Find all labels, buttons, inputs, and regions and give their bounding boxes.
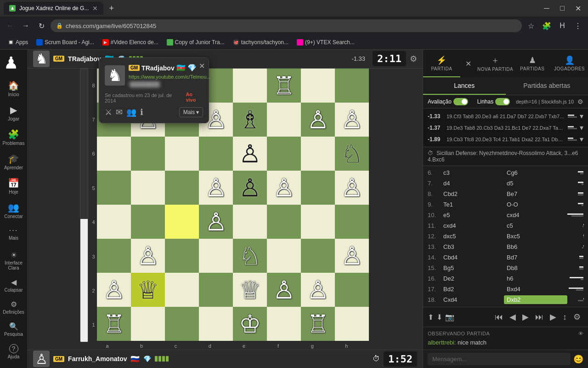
engine-line-1[interactable]: -1.33 19.Cf3 Tab8 20.De3 a6 21.Da7 Db7 2… (423, 110, 588, 122)
linhas-switch[interactable] (495, 98, 510, 105)
play-button[interactable]: ▶ (547, 310, 559, 324)
board-cell[interactable] (233, 69, 267, 103)
bottom-player-name[interactable]: Farrukh_Amonatov (68, 355, 127, 362)
board-cell[interactable] (199, 307, 233, 341)
black-move[interactable]: Db8 (504, 264, 567, 272)
board-cell[interactable] (335, 307, 369, 341)
chat-input[interactable] (428, 353, 571, 365)
camera-button[interactable]: 📷 (445, 313, 454, 322)
bookmark-apps[interactable]: 🔲 Apps (4, 37, 32, 48)
board-cell[interactable]: ♙ (233, 171, 267, 205)
board-cell[interactable] (335, 273, 369, 307)
back-button[interactable]: ← (4, 19, 17, 32)
sidebar-item-mais[interactable]: ··· Mais (1, 223, 26, 244)
white-move[interactable]: Cbd2 (441, 190, 504, 198)
sidebar-item-inicio[interactable]: 🏠 Início (1, 76, 26, 101)
sidebar-item-jogar[interactable]: ▶ Jogar (1, 101, 26, 125)
sidebar-item-interface-clara[interactable]: ☀ Interface Clara (1, 248, 26, 273)
white-move[interactable]: Cxd4 (441, 295, 504, 304)
tab-jogadores[interactable]: 👤 JOGADORES (551, 50, 588, 77)
board-cell[interactable]: ♖ (301, 307, 335, 341)
board-cell[interactable]: ♘ (233, 239, 267, 273)
white-move[interactable]: Te1 (441, 200, 504, 209)
bookmark-scrum[interactable]: Scrum Board - Agi... (33, 37, 97, 48)
profile-button[interactable]: H (556, 19, 569, 32)
board-cell[interactable] (335, 69, 369, 103)
tab-nova-partida[interactable]: ＋ NOVA PARTIDA (477, 50, 514, 77)
black-move[interactable]: Bd7 (504, 253, 567, 262)
eval-settings-button[interactable]: ⚙ (577, 98, 583, 105)
board-cell[interactable] (233, 205, 267, 239)
board-cell[interactable] (267, 103, 301, 137)
board-cell[interactable] (97, 171, 131, 205)
white-move[interactable]: c3 (441, 168, 504, 177)
expand-line-1[interactable]: ▾ (580, 112, 583, 121)
prev-move-button[interactable]: ◀ (507, 310, 519, 324)
black-move[interactable]: Be7 (504, 190, 567, 198)
board-cell[interactable]: ♖ (97, 307, 131, 341)
board-cell[interactable] (97, 205, 131, 239)
white-move[interactable]: d4 (441, 179, 504, 188)
board-cell[interactable] (165, 307, 199, 341)
close-window-button[interactable]: ✕ (571, 2, 584, 15)
board-cell[interactable]: ♔ (233, 307, 267, 341)
star-button[interactable]: ☆ (525, 19, 537, 32)
forward-button[interactable]: → (19, 19, 32, 32)
board-cell[interactable] (301, 239, 335, 273)
linhas-toggle[interactable]: Linhas (477, 98, 510, 105)
white-move[interactable]: Cbd4 (441, 253, 504, 262)
board-cell[interactable] (335, 205, 369, 239)
board-cell[interactable]: ♕ (233, 273, 267, 307)
white-move[interactable]: Bd2 (441, 285, 504, 293)
active-tab[interactable]: ♟ Jogue Xadrez Online de G... ✕ (4, 2, 103, 15)
message-button[interactable]: ✉ (116, 107, 123, 117)
last-move-button[interactable]: ⏭ (532, 310, 546, 324)
address-bar[interactable]: 🔒 chess.com/game/live/6057012845 (51, 19, 522, 32)
close-panel-button[interactable]: ✕ (460, 50, 477, 77)
black-move[interactable]: h6 (504, 274, 567, 283)
sidebar-item-pesquisa[interactable]: 🔍 Pesquisa (1, 319, 26, 339)
sidebar-item-problemas[interactable]: 🧩 Problemas (1, 125, 26, 150)
download-button[interactable]: ⬇ (436, 313, 442, 322)
sidebar-item-aprender[interactable]: 🎓 Aprender (1, 150, 26, 174)
black-move[interactable]: Cg6 (504, 168, 567, 177)
board-cell[interactable]: ♙ (131, 239, 165, 273)
top-player-name[interactable]: TRadjabov (68, 55, 101, 63)
board-cell[interactable] (165, 137, 199, 171)
bookmark-tachyons[interactable]: 🐙 tachyons/tachyon... (229, 37, 292, 48)
extensions-button[interactable]: 🧩 (540, 19, 553, 32)
white-move[interactable]: e5 (441, 211, 504, 219)
tab-partidas-abertas[interactable]: Partidas abertas (506, 77, 588, 95)
white-move[interactable]: O-O (441, 166, 504, 167)
board-cell[interactable] (199, 273, 233, 307)
menu-button[interactable]: ⋮ (571, 19, 584, 32)
board-cell[interactable]: ♙ (233, 137, 267, 171)
sidebar-item-hoje[interactable]: 📅 Hoje (1, 174, 26, 198)
tab-partidas[interactable]: ♟ PARTIDAS (514, 50, 551, 77)
next-move-button[interactable]: ▶ (520, 310, 531, 324)
board-cell[interactable] (267, 307, 301, 341)
follow-button[interactable]: 👥 (126, 107, 136, 117)
board-cell[interactable] (301, 205, 335, 239)
black-move[interactable]: Bb6 (504, 242, 567, 251)
board-cell[interactable]: ♙ (199, 205, 233, 239)
flip-button[interactable]: ↕ (560, 310, 570, 324)
white-move[interactable]: Cb3 (441, 242, 504, 251)
board-cell[interactable]: ♕ (131, 273, 165, 307)
sidebar-item-definicoes[interactable]: ⚙ Definições (1, 297, 26, 317)
popup-close-button[interactable]: ✕ (199, 62, 205, 70)
board-cell[interactable] (301, 171, 335, 205)
minimize-button[interactable]: ─ (540, 2, 553, 15)
challenge-button[interactable]: ⚔ (105, 107, 112, 117)
white-move[interactable]: Bg5 (441, 264, 504, 272)
emoji-button[interactable]: 😊 (573, 354, 583, 364)
board-cell[interactable] (97, 239, 131, 273)
board-cell[interactable] (267, 239, 301, 273)
black-move[interactable]: Ce7 (504, 166, 567, 167)
board-cell[interactable]: ♙ (301, 273, 335, 307)
board-cell[interactable] (301, 137, 335, 171)
board-cell[interactable] (131, 205, 165, 239)
black-move[interactable]: d5 (504, 179, 567, 188)
more-button[interactable]: Mais ▾ (179, 107, 203, 117)
board-cell[interactable] (267, 205, 301, 239)
